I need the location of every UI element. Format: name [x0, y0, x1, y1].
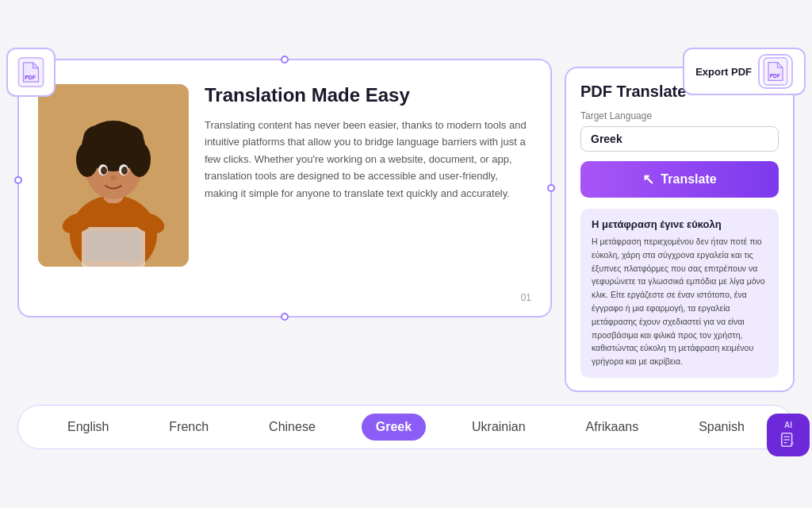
- svg-rect-18: [86, 231, 141, 261]
- main-container: PDF: [17, 59, 795, 392]
- lang-tab-english[interactable]: English: [53, 414, 123, 441]
- lang-tab-spanish[interactable]: Spanish: [684, 414, 759, 441]
- corner-dot-left: [14, 176, 22, 184]
- pdf-file-icon: PDF: [16, 57, 46, 87]
- export-pdf-label: Export PDF: [695, 66, 752, 78]
- card-title: Translation Made Easy: [205, 84, 531, 107]
- translated-text: Η μετάφραση περιεχομένου δεν ήταν ποτέ π…: [592, 235, 768, 368]
- translated-title: Η μετάφραση έγινε εύκολη: [592, 218, 768, 230]
- translate-box: PDF Translate Target Language Greek Engl…: [565, 67, 795, 392]
- svg-point-15: [121, 167, 128, 175]
- bottom-bar: English French Chinese Greek Ukrainian A…: [17, 405, 795, 449]
- ai-button[interactable]: AI: [767, 414, 810, 456]
- svg-text:PDF: PDF: [25, 75, 36, 80]
- lang-tab-french[interactable]: French: [155, 414, 223, 441]
- corner-dot-right: [547, 184, 555, 192]
- lang-tab-chinese[interactable]: Chinese: [255, 414, 330, 441]
- left-card-inner: Translation Made Easy Translating conten…: [19, 60, 550, 286]
- person-image: [38, 84, 189, 267]
- cursor-icon: ↖: [642, 171, 654, 188]
- export-pdf-button[interactable]: Export PDF PDF: [683, 48, 806, 95]
- translate-button-label: Translate: [661, 172, 716, 187]
- corner-dot-bottom: [281, 313, 289, 321]
- svg-point-14: [101, 167, 107, 175]
- translate-button[interactable]: ↖ Translate: [580, 161, 779, 198]
- card-text-area: Translation Made Easy Translating conten…: [205, 84, 531, 267]
- left-card: PDF: [17, 59, 552, 318]
- language-select[interactable]: Greek English French Chinese Spanish: [580, 126, 779, 152]
- svg-text:PDF: PDF: [770, 73, 780, 79]
- svg-point-11: [115, 125, 144, 151]
- export-pdf-icon: PDF: [758, 54, 793, 89]
- pdf-icon-top-left: PDF: [6, 48, 56, 97]
- svg-point-10: [83, 125, 112, 151]
- corner-dot-top: [281, 56, 289, 64]
- lang-tab-afrikaans[interactable]: Afrikaans: [572, 414, 653, 441]
- ai-label: AI: [784, 421, 792, 429]
- card-description: Translating content has never been easie…: [205, 117, 531, 202]
- right-panel: Export PDF PDF PDF Translate Target Lang…: [565, 59, 795, 392]
- page-number: 01: [19, 286, 550, 316]
- target-language-label: Target Language: [580, 110, 779, 121]
- lang-tab-greek[interactable]: Greek: [362, 414, 426, 441]
- translated-content: Η μετάφραση έγινε εύκολη Η μετάφραση περ…: [580, 209, 779, 378]
- ai-edit-icon: [779, 431, 797, 448]
- svg-point-16: [110, 175, 117, 180]
- lang-tab-ukrainian[interactable]: Ukrainian: [458, 414, 540, 441]
